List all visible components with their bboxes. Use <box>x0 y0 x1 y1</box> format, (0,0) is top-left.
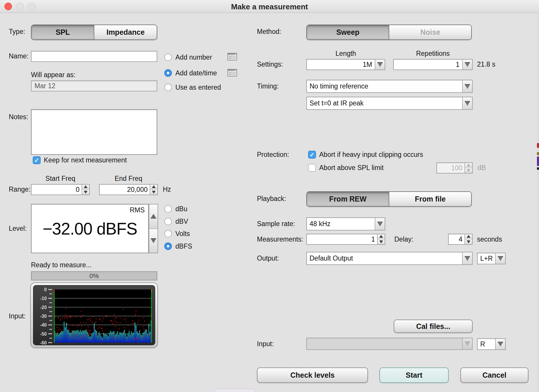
level-up-icon[interactable] <box>149 204 158 228</box>
start-freq-value[interactable]: 0 <box>32 185 82 195</box>
timing-t0-value[interactable]: Set t=0 at IR peak <box>307 97 462 109</box>
number-format-icon[interactable] <box>227 53 237 61</box>
end-freq-label: End Freq <box>99 174 158 183</box>
check-levels-button[interactable]: Check levels <box>257 367 368 383</box>
start-button[interactable]: Start <box>379 367 449 383</box>
delay-value[interactable]: 4 <box>449 234 464 244</box>
screen-edge-artifact <box>537 13 539 392</box>
notes-textarea[interactable] <box>31 109 157 155</box>
start-label: Start <box>406 371 422 379</box>
output-label: Output: <box>257 254 279 262</box>
add-number-radio[interactable] <box>164 53 172 61</box>
abort-clipping-label: Abort if heavy input clipping occurs <box>319 150 423 159</box>
length-value[interactable]: 1M <box>307 60 375 70</box>
input-device-value <box>307 338 462 349</box>
method-option-sweep[interactable]: Sweep <box>307 25 389 39</box>
type-option-impedance[interactable]: Impedance <box>94 25 157 39</box>
add-datetime-radio[interactable] <box>164 69 172 77</box>
spl-limit-spinner: 100 <box>436 162 473 174</box>
sample-rate-value[interactable]: 48 kHz <box>307 218 375 230</box>
output-channel-combo[interactable]: L+R <box>477 253 506 264</box>
measurements-label: Measurements: <box>257 235 303 243</box>
type-label: Type: <box>9 27 25 36</box>
delay-up-icon[interactable] <box>465 234 472 239</box>
playback-label: Playback: <box>257 195 286 203</box>
make-measurement-dialog: Make a measurement Type: SPL Impedance N… <box>0 0 539 392</box>
timing-t0-dropdown[interactable]: Set t=0 at IR peak <box>306 97 473 110</box>
unit-dbfs-radio[interactable] <box>164 242 172 250</box>
svg-text:-20: -20 <box>40 305 47 310</box>
start-freq-down-icon[interactable] <box>82 190 89 195</box>
will-appear-label: Will appear as: <box>31 71 75 79</box>
input-level-meter: 0-10-20-30-40-50-60 <box>30 282 158 348</box>
title-bar: Make a measurement <box>0 0 539 13</box>
timing-t0-dropdown-icon[interactable] <box>462 97 472 109</box>
spl-limit-unit: dB <box>478 164 486 172</box>
sample-rate-dropdown[interactable]: 48 kHz <box>306 217 385 230</box>
output-dropdown-icon[interactable] <box>462 252 472 264</box>
use-as-entered-radio[interactable] <box>164 84 172 91</box>
level-label: Level: <box>9 224 27 233</box>
name-label: Name: <box>9 52 29 60</box>
delay-down-icon[interactable] <box>465 239 472 244</box>
playback-option-file[interactable]: From file <box>389 192 471 206</box>
output-dropdown[interactable]: Default Output <box>306 252 473 265</box>
sample-rate-dropdown-icon[interactable] <box>375 218 385 230</box>
end-freq-value[interactable]: 20,000 <box>100 185 150 195</box>
keep-next-checkbox[interactable]: ✓ <box>33 156 41 164</box>
progress-bar: 0% <box>31 271 157 280</box>
input-channel-dropdown-icon[interactable] <box>495 339 505 349</box>
repetitions-value[interactable]: 1 <box>394 60 462 70</box>
repetitions-combo[interactable]: 1 <box>393 59 473 70</box>
measurements-up-icon[interactable] <box>378 234 385 239</box>
repetitions-label: Repetitions <box>393 49 473 58</box>
level-value: −32.00 dBFS <box>32 219 148 238</box>
abort-clipping-checkbox[interactable]: ✓ <box>308 151 316 159</box>
start-freq-spinner[interactable]: 0 <box>31 184 90 195</box>
unit-dbu-radio[interactable] <box>164 205 172 213</box>
output-value[interactable]: Default Output <box>307 252 462 264</box>
add-number-label: Add number <box>175 53 212 61</box>
input-device-label: Input: <box>257 340 274 348</box>
playback-option-rew[interactable]: From REW <box>307 192 389 206</box>
end-freq-up-icon[interactable] <box>150 185 157 190</box>
protection-label: Protection: <box>257 150 289 159</box>
length-dropdown-icon[interactable] <box>375 60 385 70</box>
level-down-icon[interactable] <box>149 228 158 253</box>
cal-files-button[interactable]: Cal files... <box>394 320 473 333</box>
end-freq-down-icon[interactable] <box>150 190 157 195</box>
timing-reference-value[interactable]: No timing reference <box>307 80 462 92</box>
output-channel-dropdown-icon[interactable] <box>495 253 505 264</box>
settings-label: Settings: <box>257 60 283 68</box>
spl-limit-value: 100 <box>437 163 464 173</box>
svg-text:-30: -30 <box>40 314 47 319</box>
measurements-value[interactable]: 1 <box>307 234 377 244</box>
method-option-noise[interactable]: Noise <box>389 25 471 39</box>
cancel-button[interactable]: Cancel <box>460 367 528 383</box>
start-freq-up-icon[interactable] <box>82 185 89 190</box>
name-input[interactable] <box>31 51 157 62</box>
end-freq-spinner[interactable]: 20,000 <box>99 184 158 195</box>
timing-reference-dropdown-icon[interactable] <box>462 80 472 92</box>
delay-spinner[interactable]: 4 <box>448 234 473 245</box>
datetime-format-icon[interactable] <box>227 69 237 77</box>
measurements-down-icon[interactable] <box>378 239 385 244</box>
output-channel-value[interactable]: L+R <box>478 253 495 264</box>
repetitions-dropdown-icon[interactable] <box>462 60 472 70</box>
freq-unit-label: Hz <box>163 185 171 193</box>
measurements-spinner[interactable]: 1 <box>306 234 385 245</box>
input-channel-combo[interactable]: R <box>477 338 506 350</box>
unit-volts-radio[interactable] <box>164 230 172 237</box>
length-combo[interactable]: 1M <box>306 59 385 70</box>
timing-reference-dropdown[interactable]: No timing reference <box>306 80 473 93</box>
use-as-entered-label: Use as entered <box>175 83 221 91</box>
window-title: Make a measurement <box>0 2 539 11</box>
type-option-spl[interactable]: SPL <box>32 25 94 39</box>
unit-dbfs-label: dBFS <box>175 242 192 250</box>
delay-label: Delay: <box>394 235 413 243</box>
abort-spl-checkbox[interactable] <box>308 164 316 172</box>
input-channel-value[interactable]: R <box>478 339 495 349</box>
svg-text:-40: -40 <box>40 322 47 327</box>
unit-dbv-radio[interactable] <box>164 218 172 225</box>
level-display[interactable]: RMS −32.00 dBFS <box>31 204 149 253</box>
